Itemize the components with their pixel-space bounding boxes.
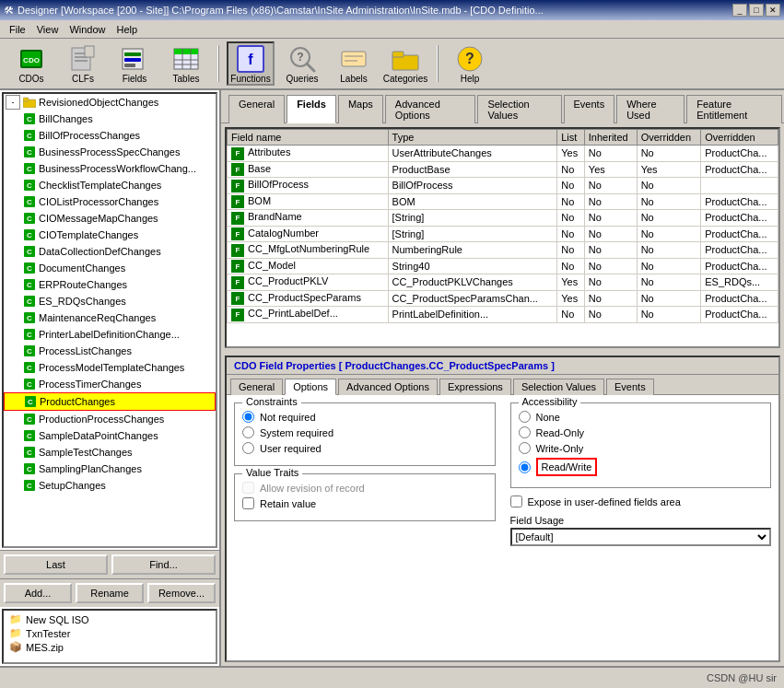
toolbar-cdos[interactable]: CDO CDOs xyxy=(7,41,55,86)
menu-file[interactable]: File xyxy=(4,22,31,37)
sub-tab-general[interactable]: General xyxy=(230,379,283,395)
field-usage-select[interactable]: [Default] Hidden Visible xyxy=(510,528,772,546)
remove-button[interactable]: Remove... xyxy=(147,583,216,603)
tree-item-esrdqschanges[interactable]: C ES_RDQsChanges xyxy=(4,293,216,309)
toolbar-queries[interactable]: ? Queries xyxy=(278,41,326,86)
sub-tab-selection-values[interactable]: Selection Values xyxy=(513,379,604,395)
access-none[interactable]: None xyxy=(519,411,764,423)
find-button[interactable]: Find... xyxy=(111,554,216,575)
tree-item-datacollchanges[interactable]: C DataCollectionDefChanges xyxy=(4,243,216,260)
list-item-label: MES.zip xyxy=(26,642,64,653)
tab-selection-values[interactable]: Selection Values xyxy=(477,95,561,123)
table-row[interactable]: FCC_MfgLotNumberingRule NumberingRule No… xyxy=(228,242,778,259)
list-item-sql-iso[interactable]: 📁 New SQL ISO xyxy=(7,612,212,626)
tree-item-sampletestchanges[interactable]: C SampleTestChanges xyxy=(4,444,216,461)
tree-item-checklistchanges[interactable]: C ChecklistTemplateChanges xyxy=(4,177,216,193)
object-icon: C xyxy=(22,360,37,375)
tree-item-bpwfchanges[interactable]: C BusinessProcessWorkflowChang... xyxy=(4,160,216,177)
tree-view[interactable]: - RevisionedObjectChanges C BillChanges … xyxy=(2,92,217,548)
tree-item-samplingplanchanges[interactable]: C SamplingPlanChanges xyxy=(4,461,216,477)
tree-item-maintenancechanges[interactable]: C MaintenanceReqChanges xyxy=(4,309,216,326)
table-row[interactable]: FBOM BOM No No No ProductCha... xyxy=(228,193,778,210)
tab-fields[interactable]: Fields xyxy=(287,95,336,123)
tab-advanced-options[interactable]: Advanced Options xyxy=(385,95,476,123)
sub-tab-advanced-options[interactable]: Advanced Options xyxy=(338,379,438,395)
tree-item-documentchanges[interactable]: C DocumentChanges xyxy=(4,260,216,276)
table-row[interactable]: FCC_PrintLabelDef... PrintLabelDefinitio… xyxy=(228,307,778,323)
sub-tab-events[interactable]: Events xyxy=(606,379,654,395)
tree-item-erproutechanges[interactable]: C ERPRouteChanges xyxy=(4,276,216,293)
close-button[interactable]: ✕ xyxy=(766,4,780,17)
tab-feature-entitlement[interactable]: Feature Entitlement xyxy=(686,95,782,123)
maximize-button[interactable]: □ xyxy=(749,4,764,17)
table-row[interactable]: FBase ProductBase No Yes Yes ProductCha.… xyxy=(228,161,778,178)
tab-general[interactable]: General xyxy=(228,95,285,123)
toolbar-fields[interactable]: Fields xyxy=(111,41,158,86)
tree-item-businessprocessspecchanges[interactable]: C BusinessProcessSpecChanges xyxy=(4,144,216,160)
sub-tab-options[interactable]: Options xyxy=(285,379,336,395)
svg-text:C: C xyxy=(27,264,32,273)
tree-expand-icon[interactable]: - xyxy=(6,95,20,110)
col-overridden: Overridden xyxy=(637,130,701,146)
sub-tab-expressions[interactable]: Expressions xyxy=(439,379,511,395)
object-icon: C xyxy=(22,244,37,259)
tree-item-ciolistchanges[interactable]: C CIOListProcessorChanges xyxy=(4,193,216,210)
toolbar-clfs[interactable]: CLFs xyxy=(59,41,107,86)
minimize-button[interactable]: _ xyxy=(732,4,747,17)
svg-text:?: ? xyxy=(465,51,474,66)
table-row[interactable]: FBillOfProcess BillOfProcess No No No xyxy=(228,178,778,194)
tree-item-processmodelchanges[interactable]: C ProcessModelTemplateChanges xyxy=(4,359,216,376)
tree-item-ciomessagechanges[interactable]: C CIOMessageMapChanges xyxy=(4,210,216,227)
toolbar-categories[interactable]: Categories xyxy=(381,41,429,86)
access-read-write[interactable]: Read/Write xyxy=(519,458,764,476)
menu-window[interactable]: Window xyxy=(64,22,111,37)
constraint-user-required[interactable]: User required xyxy=(242,442,487,454)
fields-table[interactable]: Field name Type List Inherited Overridde… xyxy=(225,127,780,348)
access-write-only[interactable]: Write-Only xyxy=(519,442,764,454)
cell-inherited: No xyxy=(584,274,637,291)
retain-value-check[interactable]: Retain value xyxy=(242,497,487,509)
tree-item-sampledatapointchanges[interactable]: C SampleDataPointChanges xyxy=(4,427,216,444)
expose-check[interactable]: Expose in user-defined fields area xyxy=(510,496,772,507)
tree-item-revisionedObjectChanges[interactable]: - RevisionedObjectChanges xyxy=(4,94,216,111)
tab-events[interactable]: Events xyxy=(564,95,615,123)
table-row[interactable]: FBrandName [String] No No No ProductCha.… xyxy=(228,210,778,227)
access-read-only[interactable]: Read-Only xyxy=(519,426,764,438)
toolbar-functions[interactable]: f Functions xyxy=(227,41,275,86)
object-icon: C xyxy=(22,194,37,209)
toolbar-separator xyxy=(217,45,219,82)
table-row[interactable]: FAttributes UserAttributeChanges Yes No … xyxy=(228,146,778,162)
tree-item-processlistchanges[interactable]: C ProcessListChanges xyxy=(4,343,216,359)
constraint-user-required-label: User required xyxy=(260,443,322,454)
tree-item-billofprocesschanges[interactable]: C BillOfProcessChanges xyxy=(4,127,216,144)
tree-item-productchanges[interactable]: C ProductChanges xyxy=(4,392,216,411)
cell-list: Yes xyxy=(557,146,585,162)
tab-maps[interactable]: Maps xyxy=(338,95,383,123)
constraint-system-required[interactable]: System required xyxy=(242,426,487,438)
rename-button[interactable]: Rename xyxy=(76,583,144,603)
constraint-not-required[interactable]: Not required xyxy=(242,411,487,423)
allow-revision-check[interactable]: Allow revision of record xyxy=(242,482,487,494)
cell-overridden2: ProductCha... xyxy=(701,290,778,307)
toolbar-tables[interactable]: Tables xyxy=(162,41,210,86)
tree-item-ciotemplatechanges[interactable]: C CIOTemplateChanges xyxy=(4,227,216,243)
table-row[interactable]: FCatalogNumber [String] No No No Product… xyxy=(228,226,778,242)
cell-list: No xyxy=(557,226,585,242)
list-item-meszip[interactable]: 📦 MES.zip xyxy=(7,640,212,654)
tree-item-processtimerchanges[interactable]: C ProcessTimerChanges xyxy=(4,376,216,392)
add-button[interactable]: Add... xyxy=(4,583,72,603)
table-row[interactable]: FCC_Model String40 No No No ProductCha..… xyxy=(228,258,778,274)
table-row[interactable]: FCC_ProductSpecParams CC_ProductSpecPara… xyxy=(228,290,778,307)
tree-item-setupchanges[interactable]: C SetupChanges xyxy=(4,477,216,494)
tab-where-used[interactable]: Where Used xyxy=(616,95,685,123)
toolbar-labels[interactable]: Labels xyxy=(330,41,378,86)
list-item-txntester[interactable]: 📁 TxnTester xyxy=(7,626,212,640)
tree-item-printerlabelchanges[interactable]: C PrinterLabelDefinitionChange... xyxy=(4,326,216,343)
toolbar-help[interactable]: ? Help xyxy=(446,41,494,86)
menu-view[interactable]: View xyxy=(31,22,64,37)
tree-item-productionprocesschanges[interactable]: C ProductionProcessChanges xyxy=(4,411,216,427)
last-button[interactable]: Last xyxy=(4,554,108,575)
tree-item-billchanges[interactable]: C BillChanges xyxy=(4,111,216,127)
menu-help[interactable]: Help xyxy=(111,22,144,37)
table-row[interactable]: FCC_ProductPKLV CC_ProductPKLVChanges Ye… xyxy=(228,274,778,291)
